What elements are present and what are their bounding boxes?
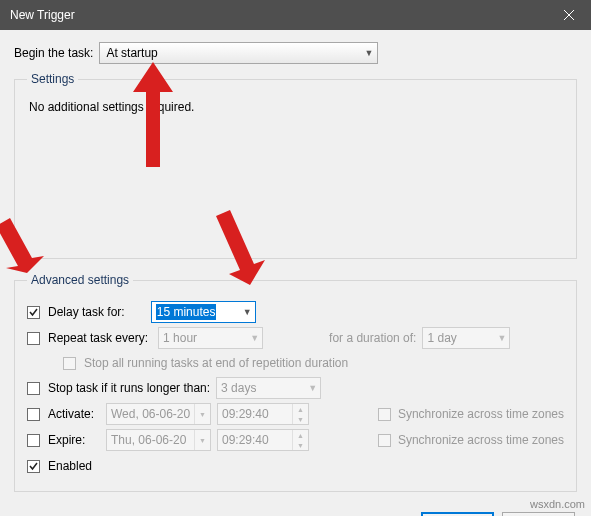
delay-task-label: Delay task for:	[48, 305, 125, 319]
begin-task-row: Begin the task: At startup ▼	[14, 42, 577, 64]
settings-group: Settings No additional settings required…	[14, 72, 577, 259]
activate-row: Activate: Wed, 06-06-20 ▼ 09:29:40 ▲▼ Sy…	[27, 401, 564, 427]
activate-date-value: Wed, 06-06-20	[107, 404, 194, 424]
delay-task-checkbox[interactable]	[27, 306, 40, 319]
enabled-checkbox[interactable]	[27, 460, 40, 473]
dialog-buttons: OK Cancel	[0, 502, 591, 516]
chevron-down-icon: ▼	[243, 307, 252, 317]
advanced-settings-group: Advanced settings Delay task for: 15 min…	[14, 273, 577, 492]
dialog-body: Begin the task: At startup ▼ Settings No…	[0, 30, 591, 502]
expire-row: Expire: Thu, 06-06-20 ▼ 09:29:40 ▲▼ Sync…	[27, 427, 564, 453]
expire-time-spinner[interactable]: 09:29:40 ▲▼	[217, 429, 309, 451]
settings-legend: Settings	[27, 72, 78, 86]
chevron-up-icon: ▲	[293, 404, 308, 414]
expire-time-value: 09:29:40	[218, 430, 292, 450]
activate-sync-label: Synchronize across time zones	[398, 407, 564, 421]
begin-task-label: Begin the task:	[14, 46, 93, 60]
chevron-down-icon: ▼	[364, 48, 373, 58]
chevron-down-icon: ▼	[293, 414, 308, 424]
expire-sync-checkbox	[378, 434, 391, 447]
stop-if-checkbox[interactable]	[27, 382, 40, 395]
repeat-duration-combo[interactable]: 1 day ▼	[422, 327, 510, 349]
window-title: New Trigger	[10, 8, 75, 22]
expire-date-picker[interactable]: Thu, 06-06-20 ▼	[106, 429, 211, 451]
ok-button[interactable]: OK	[421, 512, 494, 516]
expire-checkbox[interactable]	[27, 434, 40, 447]
settings-message: No additional settings required.	[29, 100, 194, 114]
begin-task-select[interactable]: At startup ▼	[99, 42, 378, 64]
activate-checkbox[interactable]	[27, 408, 40, 421]
chevron-down-icon: ▼	[195, 404, 210, 424]
activate-date-picker[interactable]: Wed, 06-06-20 ▼	[106, 403, 211, 425]
chevron-down-icon: ▼	[308, 383, 317, 393]
activate-time-spinner[interactable]: 09:29:40 ▲▼	[217, 403, 309, 425]
stop-all-row: Stop all running tasks at end of repetit…	[27, 351, 564, 375]
repeat-duration-label: for a duration of:	[329, 331, 416, 345]
enabled-row: Enabled	[27, 453, 564, 479]
delay-task-value: 15 minutes	[156, 304, 217, 320]
chevron-up-icon: ▲	[293, 430, 308, 440]
stop-if-value: 3 days	[221, 381, 256, 395]
activate-sync-checkbox	[378, 408, 391, 421]
repeat-task-value: 1 hour	[163, 331, 197, 345]
repeat-task-checkbox[interactable]	[27, 332, 40, 345]
stop-if-combo[interactable]: 3 days ▼	[216, 377, 321, 399]
begin-task-value: At startup	[106, 46, 157, 60]
delay-task-row: Delay task for: 15 minutes ▼	[27, 299, 564, 325]
enabled-label: Enabled	[48, 459, 92, 473]
chevron-down-icon: ▼	[195, 430, 210, 450]
chevron-down-icon: ▼	[498, 333, 507, 343]
expire-label: Expire:	[48, 433, 100, 447]
stop-if-label: Stop task if it runs longer than:	[48, 381, 210, 395]
activate-label: Activate:	[48, 407, 100, 421]
chevron-down-icon: ▼	[250, 333, 259, 343]
expire-sync-label: Synchronize across time zones	[398, 433, 564, 447]
repeat-duration-value: 1 day	[427, 331, 456, 345]
delay-task-combo[interactable]: 15 minutes ▼	[151, 301, 256, 323]
title-bar: New Trigger	[0, 0, 591, 30]
stop-all-label: Stop all running tasks at end of repetit…	[84, 356, 348, 370]
stop-if-row: Stop task if it runs longer than: 3 days…	[27, 375, 564, 401]
expire-date-value: Thu, 06-06-20	[107, 430, 194, 450]
cancel-button[interactable]: Cancel	[502, 512, 575, 516]
repeat-task-row: Repeat task every: 1 hour ▼ for a durati…	[27, 325, 564, 351]
close-icon[interactable]	[546, 0, 591, 30]
advanced-legend: Advanced settings	[27, 273, 133, 287]
repeat-task-combo[interactable]: 1 hour ▼	[158, 327, 263, 349]
repeat-task-label: Repeat task every:	[48, 331, 148, 345]
chevron-down-icon: ▼	[293, 440, 308, 450]
stop-all-checkbox	[63, 357, 76, 370]
activate-time-value: 09:29:40	[218, 404, 292, 424]
